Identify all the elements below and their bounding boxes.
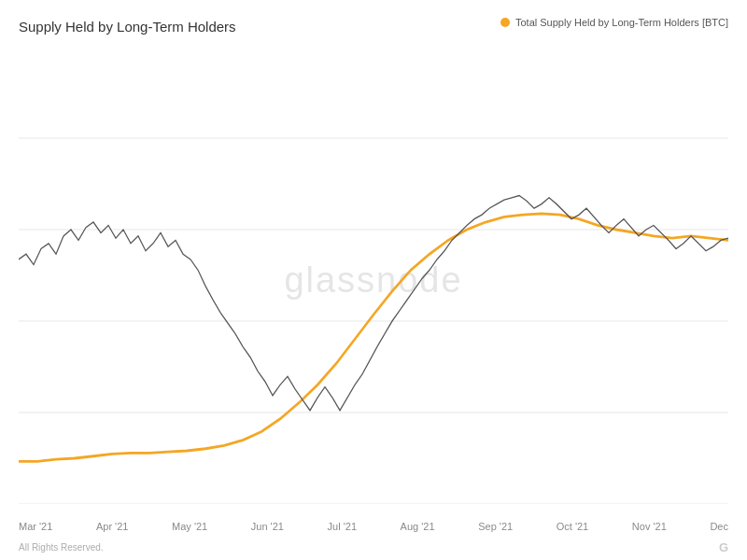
x-label-sep: Sep '21 bbox=[478, 521, 513, 532]
x-label-aug: Aug '21 bbox=[401, 521, 435, 532]
x-label-mar: Mar '21 bbox=[19, 521, 52, 532]
chart-svg-area bbox=[19, 47, 728, 504]
footer-logo: G bbox=[719, 540, 728, 554]
orange-line bbox=[19, 214, 728, 462]
legend: Total Supply Held by Long-Term Holders [… bbox=[500, 17, 728, 28]
x-label-jul: Jul '21 bbox=[328, 521, 357, 532]
x-label-nov: Nov '21 bbox=[632, 521, 667, 532]
chart-container: Supply Held by Long-Term Holders Total S… bbox=[0, 0, 747, 560]
x-axis-labels: Mar '21 Apr '21 May '21 Jun '21 Jul '21 … bbox=[19, 521, 728, 532]
x-label-jun: Jun '21 bbox=[251, 521, 284, 532]
legend-dot bbox=[500, 18, 510, 27]
x-label-oct: Oct '21 bbox=[557, 521, 589, 532]
chart-svg bbox=[19, 47, 728, 504]
legend-label: Total Supply Held by Long-Term Holders [… bbox=[515, 17, 728, 28]
gray-line bbox=[19, 196, 728, 411]
x-label-may: May '21 bbox=[172, 521, 207, 532]
x-label-dec: Dec bbox=[710, 521, 728, 532]
x-label-apr: Apr '21 bbox=[96, 521, 129, 532]
footer-copyright: All Rights Reserved. bbox=[19, 542, 104, 553]
